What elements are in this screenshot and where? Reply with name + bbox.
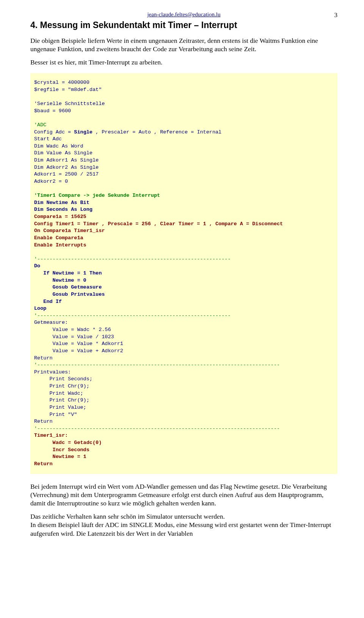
code-line: Adkorr2 = 0: [34, 179, 68, 184]
code-line: Print Chr(9);: [34, 397, 89, 403]
page-number: 3: [334, 11, 338, 19]
section-heading: 4. Messung im Sekundentakt mit Timer – I…: [30, 20, 337, 30]
code-line: Print Value;: [34, 405, 86, 410]
code-line: If Newtime = 1 Then: [34, 270, 102, 276]
code-block: $crystal = 4000000 $regfile = "m8def.dat…: [30, 73, 337, 474]
footer-paragraph-1: Bei jedem Interrupt wird ein Wert vom AD…: [30, 482, 337, 508]
code-line: Gosub Getmeasure: [34, 284, 102, 290]
code-line: Print Seconds;: [34, 376, 93, 382]
intro-paragraph-2: Besser ist es hier, mit Timer-Interrupt …: [30, 58, 337, 66]
code-line: Do: [34, 263, 40, 269]
code-line: $regfile = "m8def.dat": [34, 87, 102, 93]
code-line-sep: '---------------------------------------…: [34, 256, 231, 262]
code-line: Config Timer1 = Timer , Prescale = 256 ,…: [34, 221, 283, 227]
code-line: Value = Wadc * 2.56: [34, 327, 111, 333]
footer-paragraph-3: In diesem Beispiel läuft der ADC im SING…: [30, 521, 337, 538]
code-line: Timer1_isr:: [34, 433, 68, 438]
code-line: Compare1a = 15625: [34, 214, 86, 220]
code-line: Dim Seconds As Long: [34, 207, 93, 212]
code-line-sep: '---------------------------------------…: [34, 362, 280, 368]
code-line: Value = Value + Adkorr2: [34, 348, 123, 354]
code-line-comment: 'ADC: [34, 122, 46, 128]
code-line: Gosub Printvalues: [34, 292, 105, 297]
code-line: $crystal = 4000000: [34, 80, 89, 85]
code-line: Dim Newtime As Bit: [34, 200, 89, 205]
code-line: Dim Adkorr1 As Single: [34, 157, 99, 163]
code-line: End If: [34, 299, 62, 304]
code-line: Config Adc = Single , Prescaler = Auto ,…: [34, 129, 221, 135]
document-page: jean-claude.feltes@education.lu 3 4. Mes…: [0, 0, 364, 618]
code-line: Newtime = 0: [34, 278, 86, 283]
code-line: $baud = 9600: [34, 108, 71, 114]
code-line: Wadc = Getadc(0): [34, 440, 102, 445]
code-line: Value = Value * Adkorr1: [34, 341, 123, 347]
code-line: Dim Wadc As Word: [34, 143, 83, 149]
code-line: Enable Compare1a: [34, 235, 83, 241]
code-line: Return: [34, 355, 53, 361]
code-line: Dim Value As Single: [34, 150, 93, 156]
code-line: Print Wadc;: [34, 391, 83, 396]
code-line: 'Serielle Schnittstelle: [34, 101, 105, 107]
header-email-link[interactable]: jean-claude.feltes@education.lu: [30, 11, 337, 18]
code-line-sep: '---------------------------------------…: [34, 313, 231, 318]
code-line: Printvalues:: [34, 369, 71, 375]
code-line: Return: [34, 461, 53, 467]
code-line: Enable Interrupts: [34, 242, 86, 248]
code-line: On Compare1a Timer1_isr: [34, 228, 105, 234]
code-line-comment: 'Timer1 Compare -> jede Sekunde Interrup…: [34, 193, 160, 198]
code-line: Getmeasure:: [34, 320, 68, 325]
intro-paragraph-1: Die obigen Beispiele liefern Werte in ei…: [30, 36, 337, 53]
code-line: Print Chr(9);: [34, 383, 89, 389]
code-line: Start Adc: [34, 136, 62, 142]
code-line: Newtime = 1: [34, 454, 86, 460]
code-line-sep: '---------------------------------------…: [34, 426, 280, 431]
code-line: Incr Seconds: [34, 447, 89, 453]
code-line: Dim Adkorr2 As Single: [34, 165, 99, 170]
code-line: Loop: [34, 306, 46, 311]
footer-paragraph-2: Das zeitliche Verhalten kann sehr schön …: [30, 512, 337, 521]
code-line: Return: [34, 419, 53, 424]
code-line: Adkorr1 = 2500 / 2517: [34, 171, 99, 177]
code-line: Value = Value / 1023: [34, 334, 114, 340]
code-line: Print "V": [34, 412, 77, 417]
